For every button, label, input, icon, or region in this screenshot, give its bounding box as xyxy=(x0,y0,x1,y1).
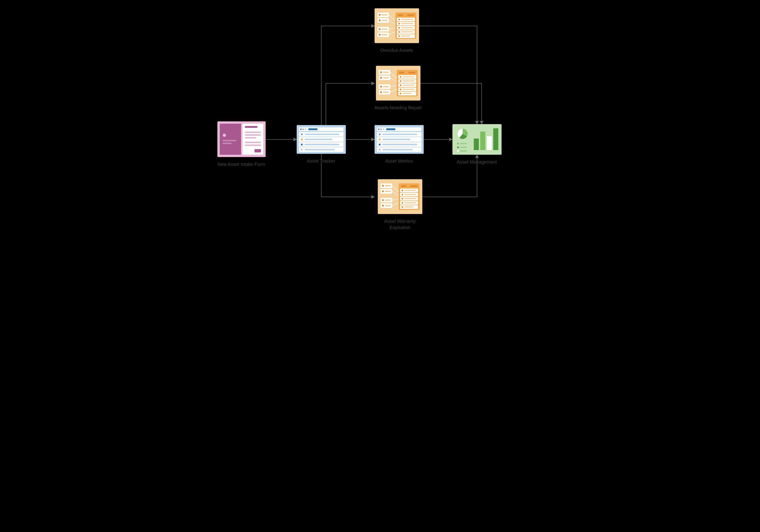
svg-rect-79 xyxy=(401,35,410,37)
node-overdue-label: Overdue Assets xyxy=(380,47,413,54)
svg-rect-150 xyxy=(474,139,479,150)
svg-point-144 xyxy=(457,143,459,145)
svg-point-97 xyxy=(400,76,401,78)
svg-point-85 xyxy=(380,77,382,79)
svg-point-116 xyxy=(382,190,384,192)
svg-rect-70 xyxy=(401,23,413,24)
edge-repair-management xyxy=(419,83,482,124)
svg-point-35 xyxy=(383,129,384,130)
edge-tracker-repair xyxy=(326,83,375,125)
svg-rect-1 xyxy=(220,124,241,155)
svg-point-2 xyxy=(223,134,226,137)
svg-point-122 xyxy=(382,205,384,206)
svg-point-100 xyxy=(400,80,401,82)
node-management-label: Asset Management xyxy=(457,159,497,165)
svg-rect-135 xyxy=(404,198,416,199)
svg-rect-10 xyxy=(245,142,261,143)
svg-rect-39 xyxy=(382,134,417,135)
svg-rect-55 xyxy=(382,20,388,21)
node-warranty: Asset Warranty Expiration xyxy=(375,179,426,231)
svg-rect-86 xyxy=(383,77,389,78)
svg-point-113 xyxy=(382,185,384,187)
svg-point-66 xyxy=(398,19,400,21)
svg-rect-89 xyxy=(383,86,389,87)
svg-point-119 xyxy=(382,199,384,201)
svg-rect-73 xyxy=(401,27,413,28)
svg-rect-7 xyxy=(245,132,261,133)
dashboard-icon xyxy=(452,124,501,155)
node-intake: New Asset Intake Form xyxy=(217,121,265,167)
svg-rect-9 xyxy=(245,137,256,139)
node-repair: Assets Needing Repair xyxy=(375,66,422,111)
svg-point-16 xyxy=(303,129,304,130)
svg-rect-36 xyxy=(386,128,396,130)
svg-point-78 xyxy=(398,35,400,37)
svg-point-23 xyxy=(301,139,303,140)
svg-point-106 xyxy=(400,89,401,90)
svg-rect-123 xyxy=(385,205,391,206)
svg-rect-27 xyxy=(305,144,339,145)
edge-overdue-management xyxy=(419,26,477,124)
svg-rect-6 xyxy=(245,126,258,128)
svg-point-131 xyxy=(402,194,403,196)
svg-point-72 xyxy=(398,27,400,29)
svg-rect-3 xyxy=(222,140,236,141)
svg-rect-58 xyxy=(382,28,388,30)
svg-rect-120 xyxy=(385,200,391,201)
svg-point-69 xyxy=(398,23,400,24)
svg-rect-61 xyxy=(382,34,388,35)
svg-point-20 xyxy=(301,133,303,135)
svg-rect-18 xyxy=(308,128,317,130)
list-icon xyxy=(297,125,346,154)
svg-rect-24 xyxy=(305,139,332,140)
svg-rect-129 xyxy=(404,190,416,191)
svg-rect-30 xyxy=(305,149,335,150)
svg-point-47 xyxy=(379,149,381,151)
svg-point-146 xyxy=(457,146,459,148)
svg-rect-132 xyxy=(404,194,416,195)
svg-rect-52 xyxy=(382,14,388,16)
svg-rect-45 xyxy=(382,144,417,145)
svg-rect-114 xyxy=(385,185,391,187)
form-icon xyxy=(217,121,265,157)
node-tracker-label: Asset Tracker xyxy=(307,158,335,164)
svg-rect-98 xyxy=(403,76,414,77)
edge-tracker-overdue xyxy=(321,26,375,125)
svg-point-134 xyxy=(402,198,403,200)
svg-point-148 xyxy=(457,150,459,152)
node-tracker: Asset Tracker xyxy=(297,125,346,164)
grouping-icon xyxy=(375,8,419,43)
svg-point-17 xyxy=(305,129,306,130)
svg-point-51 xyxy=(379,14,381,16)
svg-rect-21 xyxy=(305,134,339,135)
grouping-icon xyxy=(376,66,420,101)
svg-rect-141 xyxy=(404,206,413,207)
svg-point-109 xyxy=(400,93,401,95)
node-metrics: Asset Metrics xyxy=(375,125,424,164)
svg-point-29 xyxy=(301,149,303,151)
svg-rect-63 xyxy=(398,14,403,16)
svg-rect-147 xyxy=(460,147,467,148)
svg-rect-12 xyxy=(255,149,261,153)
svg-rect-138 xyxy=(404,202,416,203)
svg-rect-83 xyxy=(383,71,389,73)
svg-rect-126 xyxy=(410,185,417,187)
svg-rect-76 xyxy=(401,31,413,32)
svg-rect-48 xyxy=(382,149,412,150)
svg-point-103 xyxy=(400,85,401,86)
diagram-canvas: New Asset Intake Form Asset Tracker xyxy=(211,0,549,236)
svg-rect-145 xyxy=(460,143,467,144)
svg-rect-4 xyxy=(222,143,232,144)
svg-rect-107 xyxy=(403,89,414,90)
svg-rect-95 xyxy=(408,72,415,73)
svg-rect-117 xyxy=(385,191,391,192)
node-metrics-label: Asset Metrics xyxy=(385,158,413,164)
svg-rect-153 xyxy=(493,128,498,150)
svg-point-33 xyxy=(378,129,379,130)
svg-point-41 xyxy=(379,139,381,140)
svg-rect-94 xyxy=(399,72,404,73)
svg-point-88 xyxy=(380,86,382,88)
svg-point-128 xyxy=(402,190,403,191)
svg-rect-92 xyxy=(383,92,389,93)
svg-rect-64 xyxy=(407,14,414,16)
